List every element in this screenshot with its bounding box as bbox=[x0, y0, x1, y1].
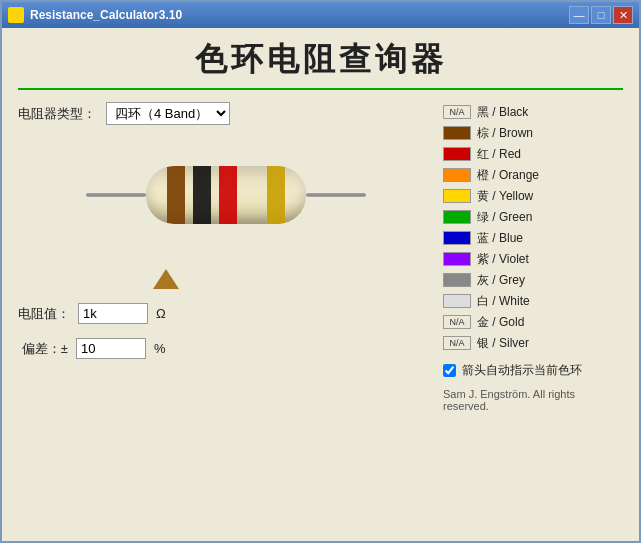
tolerance-input[interactable] bbox=[76, 338, 146, 359]
body-area: 电阻器类型： 四环（4 Band） 五环（5 Band） bbox=[18, 102, 623, 531]
wire-right bbox=[306, 193, 366, 197]
title-bar: ⚡ Resistance_Calculator3.10 — □ ✕ bbox=[2, 2, 639, 28]
minimize-button[interactable]: — bbox=[569, 6, 589, 24]
swatch-blue bbox=[443, 231, 471, 245]
color-label-white: 白 / White bbox=[477, 293, 530, 310]
content-area: 色环电阻查询器 电阻器类型： 四环（4 Band） 五环（5 Band） bbox=[2, 28, 639, 541]
title-controls: — □ ✕ bbox=[569, 6, 633, 24]
spacer-2 bbox=[285, 166, 306, 224]
gap-3 bbox=[237, 166, 267, 224]
color-label-red: 红 / Red bbox=[477, 146, 521, 163]
app-icon: ⚡ bbox=[8, 7, 24, 23]
checkbox-row: 箭头自动指示当前色环 bbox=[443, 362, 623, 379]
maximize-button[interactable]: □ bbox=[591, 6, 611, 24]
swatch-orange bbox=[443, 168, 471, 182]
band-3[interactable] bbox=[219, 166, 237, 224]
spacer-1 bbox=[146, 166, 167, 224]
color-label-violet: 紫 / Violet bbox=[477, 251, 529, 268]
type-select[interactable]: 四环（4 Band） 五环（5 Band） bbox=[106, 102, 230, 125]
indicator-arrow-icon bbox=[153, 269, 179, 289]
swatch-red bbox=[443, 147, 471, 161]
color-label-orange: 橙 / Orange bbox=[477, 167, 539, 184]
color-label-black: 黑 / Black bbox=[477, 104, 528, 121]
resistance-unit: Ω bbox=[156, 306, 166, 321]
band-1[interactable] bbox=[167, 166, 185, 224]
swatch-green bbox=[443, 210, 471, 224]
swatch-brown bbox=[443, 126, 471, 140]
color-label-grey: 灰 / Grey bbox=[477, 272, 525, 289]
copyright-text: Sam J. Engström. All rights reserved. bbox=[443, 388, 623, 412]
title-bar-left: ⚡ Resistance_Calculator3.10 bbox=[8, 7, 182, 23]
color-row-blue: 蓝 / Blue bbox=[443, 228, 623, 248]
color-row-gold: N/A 金 / Gold bbox=[443, 312, 623, 332]
checkbox-label: 箭头自动指示当前色环 bbox=[462, 362, 582, 379]
close-button[interactable]: ✕ bbox=[613, 6, 633, 24]
tolerance-label: 偏差：± bbox=[18, 340, 68, 358]
band-4[interactable] bbox=[267, 166, 285, 224]
swatch-white bbox=[443, 294, 471, 308]
page-title: 色环电阻查询器 bbox=[18, 38, 623, 82]
color-row-white: 白 / White bbox=[443, 291, 623, 311]
color-row-black: N/A 黑 / Black bbox=[443, 102, 623, 122]
swatch-black: N/A bbox=[443, 105, 471, 119]
swatch-violet bbox=[443, 252, 471, 266]
wire-left bbox=[86, 193, 146, 197]
main-window: ⚡ Resistance_Calculator3.10 — □ ✕ 色环电阻查询… bbox=[0, 0, 641, 543]
color-label-silver: 银 / Silver bbox=[477, 335, 529, 352]
color-label-green: 绿 / Green bbox=[477, 209, 532, 226]
bands-container bbox=[146, 166, 306, 224]
color-row-yellow: 黄 / Yellow bbox=[443, 186, 623, 206]
resistor-container bbox=[28, 135, 423, 255]
left-panel: 电阻器类型： 四环（4 Band） 五环（5 Band） bbox=[18, 102, 433, 531]
resistor-body bbox=[146, 166, 306, 224]
tolerance-row: 偏差：± % bbox=[18, 338, 433, 359]
color-row-violet: 紫 / Violet bbox=[443, 249, 623, 269]
swatch-gold: N/A bbox=[443, 315, 471, 329]
color-label-brown: 棕 / Brown bbox=[477, 125, 533, 142]
color-row-green: 绿 / Green bbox=[443, 207, 623, 227]
arrow-area bbox=[18, 269, 433, 289]
type-label: 电阻器类型： bbox=[18, 105, 96, 123]
color-row-silver: N/A 银 / Silver bbox=[443, 333, 623, 353]
divider-line bbox=[18, 88, 623, 90]
color-row-red: 红 / Red bbox=[443, 144, 623, 164]
right-panel: N/A 黑 / Black 棕 / Brown 红 / Red 橙 / Oran… bbox=[443, 102, 623, 531]
auto-arrow-checkbox[interactable] bbox=[443, 364, 456, 377]
gap-2 bbox=[211, 166, 219, 224]
band-2[interactable] bbox=[193, 166, 211, 224]
color-row-grey: 灰 / Grey bbox=[443, 270, 623, 290]
color-label-blue: 蓝 / Blue bbox=[477, 230, 523, 247]
swatch-grey bbox=[443, 273, 471, 287]
color-row-brown: 棕 / Brown bbox=[443, 123, 623, 143]
gap-1 bbox=[185, 166, 193, 224]
color-row-orange: 橙 / Orange bbox=[443, 165, 623, 185]
resistance-input[interactable] bbox=[78, 303, 148, 324]
color-label-gold: 金 / Gold bbox=[477, 314, 524, 331]
color-label-yellow: 黄 / Yellow bbox=[477, 188, 533, 205]
window-title: Resistance_Calculator3.10 bbox=[30, 8, 182, 22]
tolerance-unit: % bbox=[154, 341, 166, 356]
resistance-row: 电阻值： Ω bbox=[18, 303, 433, 324]
swatch-silver: N/A bbox=[443, 336, 471, 350]
swatch-yellow bbox=[443, 189, 471, 203]
resistance-label: 电阻值： bbox=[18, 305, 70, 323]
type-row: 电阻器类型： 四环（4 Band） 五环（5 Band） bbox=[18, 102, 433, 125]
